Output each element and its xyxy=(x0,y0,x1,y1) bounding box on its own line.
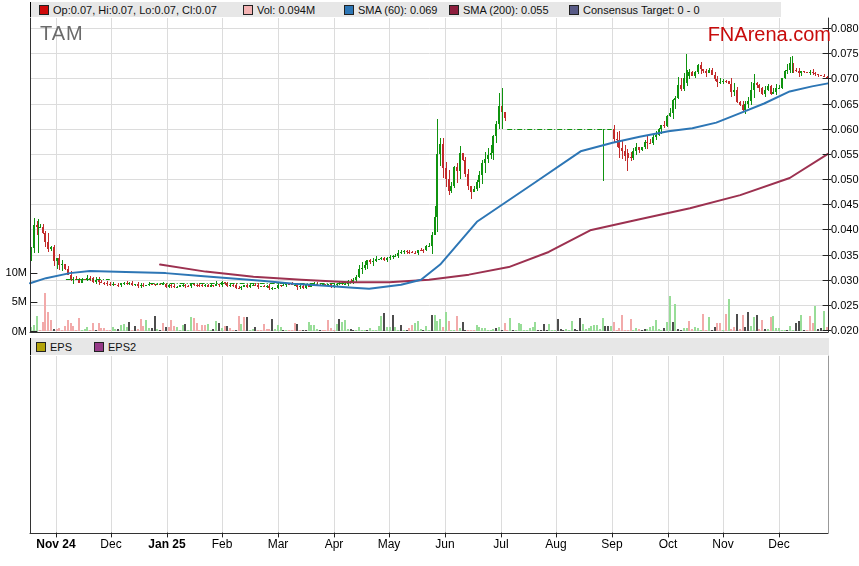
price-volume-chart-canvas xyxy=(0,0,859,566)
legend-item-volume: Vol: 0.094M xyxy=(243,2,315,17)
eps-color-swatch-icon xyxy=(36,342,46,352)
month-tick-label: Dec xyxy=(83,537,139,551)
price-tick-label: 0.060 xyxy=(831,123,859,135)
month-tick-label: Dec xyxy=(751,537,807,551)
month-tick-label: Oct xyxy=(640,537,696,551)
volume-color-swatch-icon xyxy=(243,5,253,15)
month-tick-label: Feb xyxy=(194,537,250,551)
legend-label: Consensus Target: 0 - 0 xyxy=(583,4,700,16)
legend-label: SMA (200): 0.055 xyxy=(463,4,549,16)
price-tick-label: 0.065 xyxy=(831,98,859,110)
price-tick-label: 0.025 xyxy=(831,299,859,311)
legend-label: SMA (60): 0.069 xyxy=(358,4,438,16)
price-tick-label: 0.080 xyxy=(831,22,859,34)
fnarena-logo: FNArena.com xyxy=(708,23,831,46)
price-tick-label: 0.075 xyxy=(831,47,859,59)
month-tick-label: Jan 25 xyxy=(139,537,195,551)
volume-tick-label: 0M xyxy=(0,325,27,337)
legend-item-sma200: SMA (200): 0.055 xyxy=(449,2,549,17)
stock-chart-page: Op:0.07, Hi:0.07, Lo:0.07, Cl:0.07Vol: 0… xyxy=(0,0,859,566)
price-tick-label: 0.045 xyxy=(831,198,859,210)
price-tick-label: 0.050 xyxy=(831,173,859,185)
price-tick-label: 0.030 xyxy=(831,274,859,286)
consensus-color-swatch-icon xyxy=(569,5,579,15)
price-tick-label: 0.035 xyxy=(831,249,859,261)
eps-legend-label: EPS2 xyxy=(108,341,136,353)
eps-legend-item-eps: EPS xyxy=(36,338,72,355)
legend-item-ohlc: Op:0.07, Hi:0.07, Lo:0.07, Cl:0.07 xyxy=(39,2,217,17)
legend-label: Vol: 0.094M xyxy=(257,4,315,16)
price-tick-label: 0.040 xyxy=(831,223,859,235)
month-tick-label: Mar xyxy=(250,537,306,551)
month-tick-label: Jul xyxy=(473,537,529,551)
month-tick-label: Apr xyxy=(306,537,362,551)
sma60-color-swatch-icon xyxy=(344,5,354,15)
legend-item-sma60: SMA (60): 0.069 xyxy=(344,2,438,17)
ticker-title: TAM xyxy=(40,22,84,45)
legend-label: Op:0.07, Hi:0.07, Lo:0.07, Cl:0.07 xyxy=(53,4,217,16)
eps-chart-legend: EPSEPS2 xyxy=(30,338,829,355)
price-tick-label: 0.070 xyxy=(831,72,859,84)
legend-item-consensus: Consensus Target: 0 - 0 xyxy=(569,2,700,17)
eps-legend-label: EPS xyxy=(50,341,72,353)
eps-legend-item-eps2: EPS2 xyxy=(94,338,136,355)
price-tick-label: 0.055 xyxy=(831,148,859,160)
volume-tick-label: 10M xyxy=(0,266,27,278)
price-chart-legend: Op:0.07, Hi:0.07, Lo:0.07, Cl:0.07Vol: 0… xyxy=(30,2,781,17)
volume-tick-label: 5M xyxy=(0,295,27,307)
eps2-color-swatch-icon xyxy=(94,342,104,352)
month-tick-label: Sep xyxy=(584,537,640,551)
month-tick-label: Jun xyxy=(417,537,473,551)
month-tick-label: Nov xyxy=(695,537,751,551)
price-tick-label: 0.020 xyxy=(831,324,859,336)
month-tick-label: Aug xyxy=(528,537,584,551)
month-tick-label: May xyxy=(361,537,417,551)
month-tick-label: Nov 24 xyxy=(28,537,84,551)
sma200-color-swatch-icon xyxy=(449,5,459,15)
ohlc-color-swatch-icon xyxy=(39,5,49,15)
